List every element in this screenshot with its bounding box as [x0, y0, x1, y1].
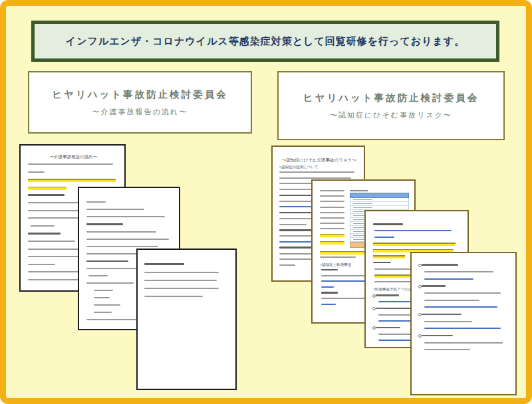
text-line	[144, 263, 184, 265]
text-line	[424, 342, 503, 344]
text-line	[86, 223, 123, 225]
text-line	[144, 272, 218, 273]
document-page-dementia-risk-p4[interactable]	[410, 252, 517, 395]
text-line	[279, 224, 307, 225]
link-text-line	[424, 328, 501, 329]
committee-title: ヒヤリハット事故防止検討委員会	[303, 92, 479, 104]
text-line	[424, 321, 471, 322]
text-line	[31, 225, 55, 227]
text-line	[86, 239, 169, 240]
text-line	[320, 256, 356, 258]
text-line	[279, 229, 315, 231]
committee-subtitle: 〜認知症にひそむ事故リスク〜	[330, 110, 452, 120]
text-line	[86, 216, 166, 217]
text-line	[28, 264, 55, 265]
text-line	[28, 171, 45, 173]
document-page-care-report-flow-p3[interactable]	[136, 249, 237, 390]
document-title: 〜認知症にひそむ介護事故のリスク〜	[279, 157, 360, 163]
text-line	[373, 262, 391, 264]
text-line	[424, 271, 493, 272]
highlighted-text-line	[373, 255, 405, 258]
link-text-line	[424, 278, 473, 280]
text-line	[86, 201, 106, 203]
text-line	[28, 194, 65, 196]
text-line	[86, 209, 144, 210]
highlighted-text-line	[373, 243, 456, 246]
text-line	[424, 292, 501, 294]
text-line	[320, 207, 344, 208]
notice-banner: インフルエンザ・コロナウイルス等感染症対策として回覧研修を行っております。	[31, 21, 499, 62]
text-line	[144, 280, 217, 281]
text-line	[424, 349, 470, 350]
text-line	[378, 334, 412, 335]
link-text-line	[321, 286, 334, 288]
text-line	[86, 246, 158, 247]
text-line	[279, 195, 315, 197]
highlighted-text-line	[28, 179, 116, 182]
text-line	[28, 233, 61, 235]
text-line	[320, 212, 344, 213]
text-line	[144, 288, 218, 289]
text-line	[279, 264, 295, 266]
numbered-item-line	[422, 264, 458, 266]
link-text-line	[321, 304, 336, 305]
numbered-item-line	[422, 335, 453, 337]
text-line	[320, 217, 344, 219]
text-line	[320, 234, 344, 237]
text-line	[28, 241, 75, 242]
notice-banner-text: インフルエンザ・コロナウイルス等感染症対策として回覧研修を行っております。	[66, 35, 465, 48]
text-line	[378, 314, 410, 316]
text-line	[28, 279, 82, 280]
text-line	[94, 312, 111, 313]
text-line	[86, 231, 157, 233]
text-line	[88, 275, 108, 276]
text-line	[94, 290, 113, 291]
page-background: インフルエンザ・コロナウイルス等感染症対策として回覧研修を行っております。 ヒヤ…	[0, 0, 532, 404]
text-line	[321, 292, 337, 294]
numbered-item-line	[376, 294, 399, 296]
text-line	[320, 201, 344, 202]
text-line	[320, 195, 344, 197]
link-text-line	[279, 241, 316, 243]
text-line	[144, 296, 203, 297]
text-line	[94, 304, 120, 306]
numbered-item-line	[376, 327, 401, 329]
document-title: 〜介護事故報告の流れ〜	[28, 154, 119, 160]
link-text-line	[424, 306, 497, 308]
link-text-line	[374, 230, 452, 231]
committee-box-care-report: ヒヤリハット事故防止検討委員会 〜介護事故報告の流れ〜	[28, 71, 252, 134]
text-line	[28, 163, 113, 165]
numbered-item-line	[422, 285, 446, 287]
text-line	[86, 282, 134, 284]
text-line	[279, 177, 352, 179]
link-text-line	[374, 237, 394, 238]
numbered-item-line	[422, 314, 462, 316]
text-line	[279, 171, 354, 173]
text-line	[321, 269, 337, 271]
text-line	[373, 223, 404, 225]
committee-subtitle: 〜介護事故報告の流れ〜	[92, 107, 188, 117]
highlighted-text-line	[28, 187, 66, 190]
text-line	[320, 190, 344, 191]
text-line	[424, 300, 479, 301]
text-line	[320, 223, 344, 224]
text-line	[86, 260, 128, 262]
committee-title: ヒヤリハット事故防止検討委員会	[52, 88, 228, 101]
text-line	[320, 228, 344, 229]
text-line	[320, 241, 344, 245]
section-heading: ○認知症の症状について	[279, 165, 360, 169]
text-line	[94, 297, 110, 298]
committee-box-dementia-risk: ヒヤリハット事故防止検討委員会 〜認知症にひそむ事故リスク〜	[277, 71, 505, 140]
